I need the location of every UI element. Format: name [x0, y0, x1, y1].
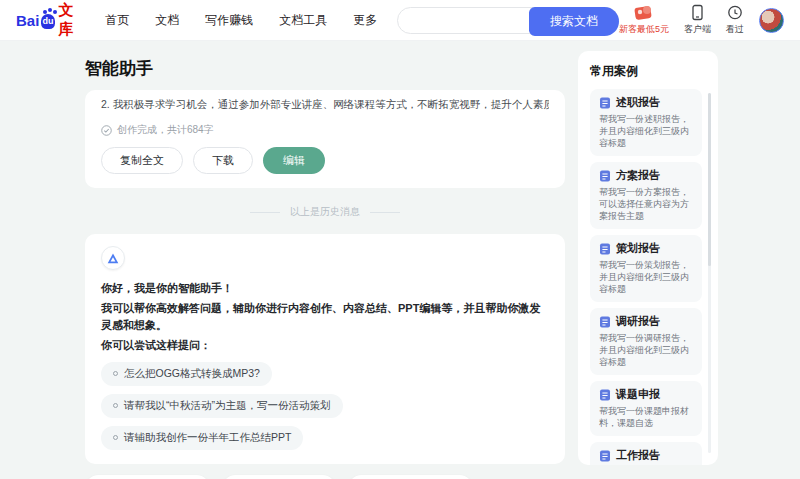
copy-full-text-button[interactable]: 复制全文: [101, 147, 183, 174]
divider-label: 以上是历史消息: [290, 205, 360, 219]
page-title: 智能助手: [85, 57, 565, 80]
nav-item-more[interactable]: 更多: [353, 12, 377, 29]
user-avatar[interactable]: [759, 8, 784, 33]
search-bar: 搜索文档: [397, 7, 619, 34]
header-right: 新客最低5元 客户端 看过: [619, 4, 784, 36]
nav-item-home[interactable]: 首页: [105, 12, 129, 29]
client-label: 客户端: [684, 23, 711, 36]
suggested-prompt[interactable]: 怎么把OGG格式转换成MP3?: [101, 362, 272, 386]
bullet-circle-icon: [113, 403, 118, 408]
viewed-label: 看过: [726, 23, 744, 36]
cases-panel-title: 常用案例: [590, 63, 702, 80]
logo-text-wenku: 文库: [59, 1, 80, 39]
creation-status: 创作完成，共计684字: [101, 123, 549, 137]
suggested-prompt[interactable]: 请辅助我创作一份半年工作总结PPT: [101, 426, 303, 450]
assistant-avatar: [101, 246, 125, 270]
phone-icon: [690, 4, 705, 21]
history-message-card: 2. 我积极寻求学习机会，通过参加外部专业讲座、网络课程等方式，不断拓宽视野，提…: [85, 90, 565, 188]
case-card-cehua[interactable]: 策划报告 帮我写一份策划报告，并且内容细化到三级内容标题: [590, 235, 702, 302]
case-card-gongzuo[interactable]: 工作报告 帮我写一份工作报告，工作类型随机: [590, 442, 702, 465]
status-text: 创作完成，共计684字: [117, 123, 214, 137]
history-message-text: 2. 我积极寻求学习机会，通过参加外部专业讲座、网络课程等方式，不断拓宽视野，提…: [101, 98, 549, 112]
suggested-prompt[interactable]: 请帮我以“中秋活动”为主题，写一份活动策划: [101, 394, 343, 418]
search-button[interactable]: 搜索文档: [529, 7, 619, 36]
chip-experience-exchange[interactable]: 帮我写一篇经验交流: [348, 475, 473, 479]
chip-resume[interactable]: 帮我写一份个人简历: [85, 475, 210, 479]
sidebar-scrollbar[interactable]: [708, 93, 711, 453]
nav-item-doc-tools[interactable]: 文档工具: [279, 12, 327, 29]
case-card-shuzhi[interactable]: 述职报告 帮我写一份述职报告，并且内容细化到三级内容标题: [590, 89, 702, 156]
download-button[interactable]: 下载: [193, 147, 253, 174]
baidu-wenku-logo[interactable]: Bai du 文库: [16, 1, 79, 39]
document-icon: [599, 97, 611, 109]
divider-line-left: [250, 212, 280, 213]
scrollbar-thumb[interactable]: [708, 93, 711, 266]
baidu-paw-icon: du: [41, 14, 54, 29]
nav-item-docs[interactable]: 文档: [155, 12, 179, 29]
greeting-line-3: 你可以尝试这样提问：: [101, 337, 549, 354]
clock-icon: [727, 4, 743, 21]
greeting-line-2: 我可以帮你高效解答问题，辅助你进行内容创作、内容总结、PPT编辑等，并且帮助你激…: [101, 300, 549, 334]
chat-area: 智能助手 2. 我积极寻求学习机会，通过参加外部专业讲座、网络课程等方式，不断拓…: [85, 51, 565, 479]
document-icon: [599, 170, 611, 182]
case-card-keti[interactable]: 课题申报 帮我写一份课题申报材料，课题自选: [590, 381, 702, 436]
client-download[interactable]: 客户端: [684, 4, 711, 36]
document-icon: [599, 316, 611, 328]
promo-label: 新客最低5元: [619, 23, 669, 36]
quick-prompt-chips: 帮我写一份个人简历 帮我写一篇承诺书 帮我写一篇经验交流: [85, 475, 565, 479]
bullet-circle-icon: [113, 435, 118, 440]
new-user-promo[interactable]: 新客最低5元: [619, 4, 669, 36]
nav-item-write-earn[interactable]: 写作赚钱: [205, 12, 253, 29]
history-divider: 以上是历史消息: [85, 205, 565, 219]
document-icon: [599, 243, 611, 255]
common-cases-panel: 常用案例 述职报告 帮我写一份述职报告，并且内容细化到三级内容标题 方案报告 帮…: [578, 51, 718, 465]
main-nav: 首页 文档 写作赚钱 文档工具 更多: [105, 12, 377, 29]
bullet-circle-icon: [113, 371, 118, 376]
check-circle-icon: [101, 125, 112, 136]
greeting-line-1: 你好，我是你的智能助手！: [101, 280, 549, 297]
document-icon: [599, 450, 611, 462]
chip-commitment-letter[interactable]: 帮我写一篇承诺书: [222, 475, 336, 479]
top-nav: Bai du 文库 首页 文档 写作赚钱 文档工具 更多 搜索文档 新客最低5元: [0, 0, 800, 41]
coupon-mascot-icon: [632, 4, 656, 21]
assistant-greeting-card: 你好，我是你的智能助手！ 我可以帮你高效解答问题，辅助你进行内容创作、内容总结、…: [85, 234, 565, 464]
document-icon: [599, 389, 611, 401]
case-card-fangan[interactable]: 方案报告 帮我写一份方案报告，可以选择任意内容为方案报告主题: [590, 162, 702, 229]
assistant-logo-icon: [107, 253, 119, 264]
case-card-diaoyan[interactable]: 调研报告 帮我写一份调研报告，并且内容细化到三级内容标题: [590, 308, 702, 375]
history-viewed[interactable]: 看过: [726, 4, 744, 36]
logo-text-bai: Bai: [16, 12, 39, 29]
edit-button[interactable]: 编辑: [263, 147, 325, 174]
history-actions: 复制全文 下载 编辑: [101, 147, 549, 174]
divider-line-right: [370, 212, 400, 213]
page-body: 智能助手 2. 我积极寻求学习机会，通过参加外部专业讲座、网络课程等方式，不断拓…: [0, 41, 800, 479]
